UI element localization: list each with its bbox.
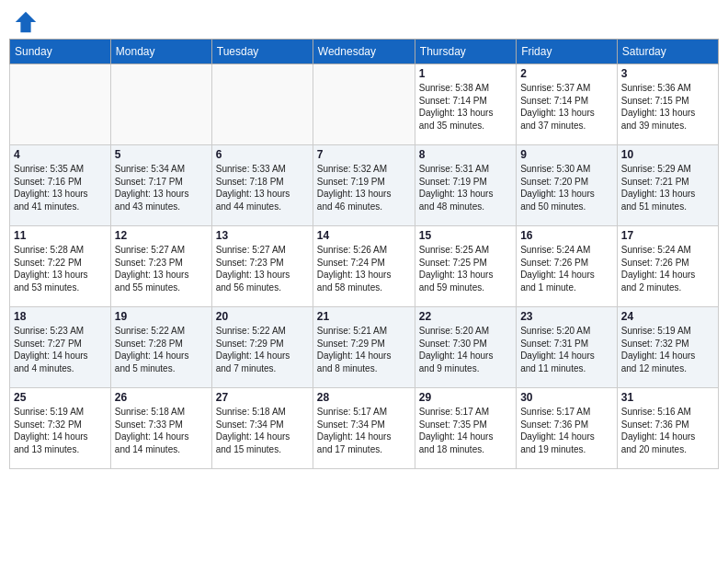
day-number: 29 (419, 391, 512, 404)
day-info: Sunrise: 5:17 AM Sunset: 7:35 PM Dayligh… (419, 406, 512, 455)
day-info: Sunrise: 5:22 AM Sunset: 7:28 PM Dayligh… (115, 325, 208, 374)
day-info: Sunrise: 5:35 AM Sunset: 7:16 PM Dayligh… (14, 163, 107, 213)
day-number: 16 (520, 229, 613, 242)
day-number: 18 (14, 310, 107, 323)
calendar-cell: 27Sunrise: 5:18 AM Sunset: 7:34 PM Dayli… (211, 388, 313, 469)
calendar-cell: 15Sunrise: 5:25 AM Sunset: 7:25 PM Dayli… (415, 226, 516, 307)
day-number: 5 (115, 148, 208, 161)
logo-icon (13, 9, 39, 35)
day-number: 17 (621, 229, 714, 242)
calendar-cell: 17Sunrise: 5:24 AM Sunset: 7:26 PM Dayli… (617, 226, 718, 307)
day-number: 4 (14, 148, 107, 161)
calendar-cell: 26Sunrise: 5:18 AM Sunset: 7:33 PM Dayli… (110, 388, 211, 469)
day-number: 19 (115, 310, 208, 323)
calendar-cell: 11Sunrise: 5:28 AM Sunset: 7:22 PM Dayli… (10, 226, 111, 307)
day-info: Sunrise: 5:24 AM Sunset: 7:26 PM Dayligh… (621, 244, 714, 293)
calendar-cell (10, 64, 111, 145)
day-number: 13 (216, 229, 309, 242)
day-info: Sunrise: 5:19 AM Sunset: 7:32 PM Dayligh… (14, 406, 107, 455)
calendar-cell: 18Sunrise: 5:23 AM Sunset: 7:27 PM Dayli… (10, 307, 111, 388)
day-number: 3 (621, 67, 714, 80)
day-number: 25 (14, 391, 107, 404)
day-info: Sunrise: 5:27 AM Sunset: 7:23 PM Dayligh… (216, 244, 309, 293)
calendar-week-1: 1Sunrise: 5:38 AM Sunset: 7:14 PM Daylig… (10, 64, 719, 145)
header-wednesday: Wednesday (313, 40, 415, 64)
calendar-cell: 14Sunrise: 5:26 AM Sunset: 7:24 PM Dayli… (313, 226, 415, 307)
calendar-cell: 5Sunrise: 5:34 AM Sunset: 7:17 PM Daylig… (110, 145, 211, 226)
day-number: 22 (419, 310, 512, 323)
calendar-cell: 4Sunrise: 5:35 AM Sunset: 7:16 PM Daylig… (10, 145, 111, 226)
calendar-week-5: 25Sunrise: 5:19 AM Sunset: 7:32 PM Dayli… (10, 388, 719, 469)
day-info: Sunrise: 5:38 AM Sunset: 7:14 PM Dayligh… (419, 82, 512, 132)
calendar-cell: 25Sunrise: 5:19 AM Sunset: 7:32 PM Dayli… (10, 388, 111, 469)
calendar-week-4: 18Sunrise: 5:23 AM Sunset: 7:27 PM Dayli… (10, 307, 719, 388)
header-tuesday: Tuesday (211, 40, 313, 64)
day-info: Sunrise: 5:20 AM Sunset: 7:31 PM Dayligh… (520, 325, 613, 374)
calendar-cell (313, 64, 415, 145)
calendar-table: SundayMondayTuesdayWednesdayThursdayFrid… (9, 39, 719, 469)
day-number: 8 (419, 148, 512, 161)
header-monday: Monday (110, 40, 211, 64)
calendar-header-row: SundayMondayTuesdayWednesdayThursdayFrid… (10, 40, 719, 64)
day-info: Sunrise: 5:18 AM Sunset: 7:34 PM Dayligh… (216, 406, 309, 455)
day-info: Sunrise: 5:27 AM Sunset: 7:23 PM Dayligh… (115, 244, 208, 293)
day-number: 11 (14, 229, 107, 242)
day-number: 26 (115, 391, 208, 404)
header-thursday: Thursday (415, 40, 516, 64)
day-info: Sunrise: 5:26 AM Sunset: 7:24 PM Dayligh… (317, 244, 411, 293)
calendar-cell: 29Sunrise: 5:17 AM Sunset: 7:35 PM Dayli… (415, 388, 516, 469)
calendar-cell: 13Sunrise: 5:27 AM Sunset: 7:23 PM Dayli… (211, 226, 313, 307)
day-info: Sunrise: 5:30 AM Sunset: 7:20 PM Dayligh… (520, 163, 613, 213)
day-info: Sunrise: 5:31 AM Sunset: 7:19 PM Dayligh… (419, 163, 512, 213)
day-number: 9 (520, 148, 613, 161)
day-info: Sunrise: 5:17 AM Sunset: 7:36 PM Dayligh… (520, 406, 613, 455)
svg-marker-0 (16, 12, 36, 32)
day-number: 6 (216, 148, 309, 161)
day-number: 14 (317, 229, 411, 242)
day-info: Sunrise: 5:16 AM Sunset: 7:36 PM Dayligh… (621, 406, 714, 455)
calendar-week-3: 11Sunrise: 5:28 AM Sunset: 7:22 PM Dayli… (10, 226, 719, 307)
calendar-cell: 31Sunrise: 5:16 AM Sunset: 7:36 PM Dayli… (617, 388, 718, 469)
day-number: 12 (115, 229, 208, 242)
day-info: Sunrise: 5:20 AM Sunset: 7:30 PM Dayligh… (419, 325, 512, 374)
calendar-cell: 21Sunrise: 5:21 AM Sunset: 7:29 PM Dayli… (313, 307, 415, 388)
header-sunday: Sunday (10, 40, 111, 64)
day-number: 15 (419, 229, 512, 242)
day-number: 23 (520, 310, 613, 323)
calendar-cell: 3Sunrise: 5:36 AM Sunset: 7:15 PM Daylig… (617, 64, 718, 145)
day-number: 28 (317, 391, 411, 404)
day-info: Sunrise: 5:24 AM Sunset: 7:26 PM Dayligh… (520, 244, 613, 293)
calendar-cell: 1Sunrise: 5:38 AM Sunset: 7:14 PM Daylig… (415, 64, 516, 145)
day-info: Sunrise: 5:28 AM Sunset: 7:22 PM Dayligh… (14, 244, 107, 293)
calendar-cell: 30Sunrise: 5:17 AM Sunset: 7:36 PM Dayli… (517, 388, 618, 469)
day-number: 21 (317, 310, 411, 323)
day-number: 20 (216, 310, 309, 323)
calendar-cell: 9Sunrise: 5:30 AM Sunset: 7:20 PM Daylig… (517, 145, 618, 226)
calendar-cell: 28Sunrise: 5:17 AM Sunset: 7:34 PM Dayli… (313, 388, 415, 469)
calendar-cell: 7Sunrise: 5:32 AM Sunset: 7:19 PM Daylig… (313, 145, 415, 226)
calendar-cell: 16Sunrise: 5:24 AM Sunset: 7:26 PM Dayli… (517, 226, 618, 307)
day-number: 1 (419, 67, 512, 80)
header-saturday: Saturday (617, 40, 718, 64)
day-number: 10 (621, 148, 714, 161)
calendar-cell: 2Sunrise: 5:37 AM Sunset: 7:14 PM Daylig… (517, 64, 618, 145)
day-info: Sunrise: 5:22 AM Sunset: 7:29 PM Dayligh… (216, 325, 309, 374)
page-header (9, 9, 719, 35)
calendar-cell: 19Sunrise: 5:22 AM Sunset: 7:28 PM Dayli… (110, 307, 211, 388)
day-info: Sunrise: 5:37 AM Sunset: 7:14 PM Dayligh… (520, 82, 613, 132)
header-friday: Friday (517, 40, 618, 64)
day-info: Sunrise: 5:21 AM Sunset: 7:29 PM Dayligh… (317, 325, 411, 374)
calendar-cell: 6Sunrise: 5:33 AM Sunset: 7:18 PM Daylig… (211, 145, 313, 226)
day-info: Sunrise: 5:18 AM Sunset: 7:33 PM Dayligh… (115, 406, 208, 455)
calendar-cell: 20Sunrise: 5:22 AM Sunset: 7:29 PM Dayli… (211, 307, 313, 388)
day-number: 31 (621, 391, 714, 404)
calendar-cell: 22Sunrise: 5:20 AM Sunset: 7:30 PM Dayli… (415, 307, 516, 388)
calendar-week-2: 4Sunrise: 5:35 AM Sunset: 7:16 PM Daylig… (10, 145, 719, 226)
calendar-cell (211, 64, 313, 145)
day-info: Sunrise: 5:29 AM Sunset: 7:21 PM Dayligh… (621, 163, 714, 213)
day-number: 27 (216, 391, 309, 404)
day-number: 2 (520, 67, 613, 80)
day-info: Sunrise: 5:19 AM Sunset: 7:32 PM Dayligh… (621, 325, 714, 374)
day-info: Sunrise: 5:36 AM Sunset: 7:15 PM Dayligh… (621, 82, 714, 132)
day-info: Sunrise: 5:17 AM Sunset: 7:34 PM Dayligh… (317, 406, 411, 455)
